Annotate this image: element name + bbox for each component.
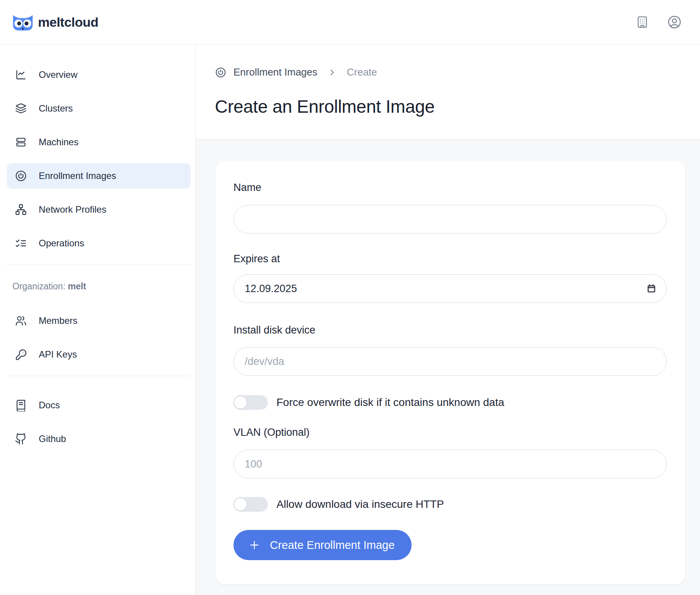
force-overwrite-toggle[interactable] xyxy=(233,395,268,410)
sidebar-item-github[interactable]: Github xyxy=(7,426,190,452)
sidebar-item-enrollment-images[interactable]: Enrollment Images xyxy=(7,163,190,189)
app-header: meltcloud xyxy=(0,0,700,45)
users-icon xyxy=(15,315,27,327)
vlan-label: VLAN (Optional) xyxy=(233,426,667,439)
github-icon xyxy=(15,433,27,445)
plus-icon xyxy=(248,539,261,551)
install-disk-label: Install disk device xyxy=(233,324,667,336)
power-icon xyxy=(215,67,226,78)
sidebar-item-label: Operations xyxy=(39,238,84,249)
create-enrollment-image-button[interactable]: Create Enrollment Image xyxy=(233,530,412,560)
servers-icon xyxy=(15,136,27,148)
sidebar-item-label: Machines xyxy=(39,137,79,148)
sidebar-item-operations[interactable]: Operations xyxy=(7,230,190,256)
force-overwrite-label: Force overwrite disk if it contains unkn… xyxy=(276,396,504,409)
sidebar-item-api-keys[interactable]: API Keys xyxy=(7,342,190,367)
install-disk-input[interactable] xyxy=(233,347,667,376)
sidebar: Overview Clusters Machines xyxy=(0,45,196,595)
name-label: Name xyxy=(233,182,667,194)
name-input[interactable] xyxy=(233,205,667,234)
sidebar-item-label: Enrollment Images xyxy=(39,170,116,181)
key-icon xyxy=(15,348,27,361)
user-circle-icon[interactable] xyxy=(667,15,681,29)
sidebar-item-label: Clusters xyxy=(39,103,73,114)
brand-name: meltcloud xyxy=(38,15,98,30)
create-enrollment-form-card: Name Expires at Install disk de xyxy=(216,161,685,585)
power-icon xyxy=(15,170,27,182)
sidebar-item-network-profiles[interactable]: Network Profiles xyxy=(7,197,190,222)
sidebar-item-label: Overview xyxy=(39,69,77,80)
insecure-http-label: Allow download via insecure HTTP xyxy=(276,498,444,511)
sidebar-item-label: Github xyxy=(39,433,66,444)
expires-at-label: Expires at xyxy=(233,253,667,265)
create-button-label: Create Enrollment Image xyxy=(270,539,395,552)
network-icon xyxy=(15,203,27,216)
sidebar-item-members[interactable]: Members xyxy=(7,308,190,334)
meltcloud-owl-icon xyxy=(12,13,34,31)
sidebar-item-label: Network Profiles xyxy=(39,204,106,215)
book-icon xyxy=(15,399,27,411)
sidebar-item-overview[interactable]: Overview xyxy=(7,62,190,88)
breadcrumb-current: Create xyxy=(347,66,377,78)
organization-label: Organization: melt xyxy=(7,281,190,292)
sidebar-item-label: Members xyxy=(39,315,77,326)
chevron-right-icon xyxy=(328,68,337,77)
calendar-icon[interactable] xyxy=(646,284,657,294)
sidebar-item-label: Docs xyxy=(39,400,60,411)
sidebar-item-label: API Keys xyxy=(39,349,77,360)
organization-name: melt xyxy=(68,281,86,291)
sidebar-item-clusters[interactable]: Clusters xyxy=(7,96,190,121)
breadcrumb: Enrollment Images Create xyxy=(215,66,700,78)
breadcrumb-enrollment-images[interactable]: Enrollment Images xyxy=(233,66,317,78)
sidebar-divider xyxy=(7,265,190,265)
building-icon[interactable] xyxy=(636,15,649,29)
list-checks-icon xyxy=(15,237,27,249)
chart-line-icon xyxy=(15,69,27,81)
vlan-input[interactable] xyxy=(233,450,667,478)
brand-logo[interactable]: meltcloud xyxy=(12,13,98,31)
insecure-http-toggle[interactable] xyxy=(233,497,268,512)
sidebar-item-docs[interactable]: Docs xyxy=(7,392,190,418)
expires-at-input[interactable] xyxy=(233,274,667,303)
sidebar-divider xyxy=(7,376,190,376)
layers-icon xyxy=(15,102,27,115)
sidebar-item-machines[interactable]: Machines xyxy=(7,129,190,155)
page-title: Create an Enrollment Image xyxy=(215,96,700,117)
